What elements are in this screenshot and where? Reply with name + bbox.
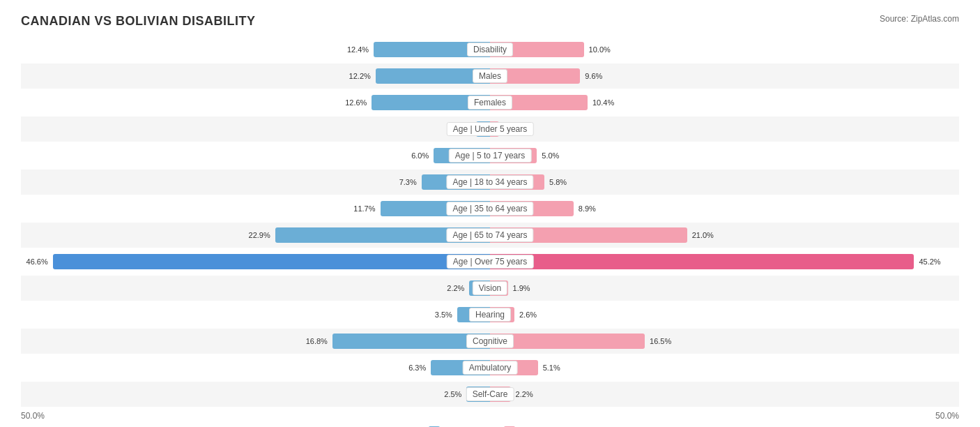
bar-container: 3.5%2.6%Hearing [21,302,959,327]
bar-container: 46.6%45.2%Age | Over 75 years [21,249,959,274]
value-right: 5.0% [539,151,559,160]
value-left: 12.6% [345,98,369,107]
value-right: 21.0% [690,231,714,239]
left-section: 1.5% [21,117,490,142]
left-section: 3.5% [21,302,490,327]
value-left: 16.8% [306,337,330,345]
value-left: 3.5% [435,310,454,319]
value-right: 45.2% [917,257,940,266]
bar-row: 6.0%5.0%Age | 5 to 17 years [21,143,959,168]
bar-row: 2.2%1.9%Vision [21,276,959,301]
center-label: Self-Care [466,387,514,401]
left-section: 12.6% [21,90,490,115]
left-section: 2.2% [21,276,490,301]
value-left: 11.7% [353,204,377,213]
bar-row: 3.5%2.6%Hearing [21,302,959,327]
source-label: Source: ZipAtlas.com [880,14,959,24]
center-label: Age | 65 to 74 years [446,228,533,242]
bar-row: 6.3%5.1%Ambulatory [21,355,959,380]
axis-left: 50.0% [21,411,45,421]
bar-pink: 45.2% [490,254,914,269]
bar-container: 1.5%1.0%Age | Under 5 years [21,117,959,142]
bar-container: 6.0%5.0%Age | 5 to 17 years [21,143,959,168]
center-label: Age | 35 to 64 years [446,202,533,216]
bar-row: 12.6%10.4%Females [21,90,959,115]
right-section: 2.2% [490,382,959,407]
value-left: 7.3% [399,178,419,186]
value-right: 16.5% [648,337,671,345]
bar-container: 11.7%8.9%Age | 35 to 64 years [21,196,959,221]
bar-container: 16.8%16.5%Cognitive [21,329,959,354]
left-section: 22.9% [21,223,490,248]
right-section: 5.8% [490,170,959,195]
right-section: 1.9% [490,276,959,301]
right-section: 5.1% [490,355,959,380]
center-label: Females [468,96,512,110]
axis-row: 50.0% 50.0% [21,411,959,421]
left-section: 6.0% [21,143,490,168]
value-left: 12.2% [349,72,373,80]
center-label: Hearing [469,308,511,322]
value-left: 2.2% [447,284,466,292]
center-label: Age | Over 75 years [447,255,534,269]
value-left: 6.0% [411,151,431,160]
value-left: 6.3% [408,364,428,372]
bar-row: 1.5%1.0%Age | Under 5 years [21,117,959,142]
bar-row: 12.4%10.0%Disability [21,37,959,62]
bar-container: 2.5%2.2%Self-Care [21,382,959,407]
axis-right: 50.0% [935,411,959,421]
left-section: 7.3% [21,170,490,195]
center-label: Cognitive [466,334,514,348]
bar-container: 6.3%5.1%Ambulatory [21,355,959,380]
right-section: 21.0% [490,223,959,248]
right-section: 1.0% [490,117,959,142]
chart-area: 12.4%10.0%Disability12.2%9.6%Males12.6%1… [21,37,959,407]
bar-container: 7.3%5.8%Age | 18 to 34 years [21,170,959,195]
center-label: Disability [467,43,513,57]
bar-row: 22.9%21.0%Age | 65 to 74 years [21,223,959,248]
right-section: 45.2% [490,249,959,274]
bar-row: 2.5%2.2%Self-Care [21,382,959,407]
value-right: 10.0% [587,45,611,54]
left-section: 16.8% [21,329,490,354]
chart-title: CANADIAN VS BOLIVIAN DISABILITY [21,14,256,29]
right-section: 5.0% [490,143,959,168]
bar-blue: 46.6% [53,254,490,269]
value-left: 22.9% [249,231,273,239]
center-label: Ambulatory [463,361,518,375]
bar-container: 12.4%10.0%Disability [21,37,959,62]
value-right: 5.8% [547,178,567,186]
bar-container: 12.6%10.4%Females [21,90,959,115]
right-section: 8.9% [490,196,959,221]
left-section: 11.7% [21,196,490,221]
value-left: 2.5% [444,390,464,398]
value-right: 1.9% [511,284,530,292]
value-right: 2.2% [514,390,533,398]
right-section: 9.6% [490,63,959,89]
value-right: 10.4% [590,98,614,107]
value-right: 2.6% [517,310,537,319]
bar-container: 12.2%9.6%Males [21,63,959,89]
center-label: Age | Under 5 years [447,122,534,136]
bar-row: 16.8%16.5%Cognitive [21,329,959,354]
left-section: 12.4% [21,37,490,62]
left-section: 12.2% [21,63,490,89]
center-label: Age | 18 to 34 years [446,175,533,189]
bar-row: 46.6%45.2%Age | Over 75 years [21,249,959,274]
bar-row: 7.3%5.8%Age | 18 to 34 years [21,170,959,195]
value-right: 5.1% [541,364,560,372]
left-section: 2.5% [21,382,490,407]
right-section: 10.4% [490,90,959,115]
left-section: 6.3% [21,355,490,380]
center-label: Age | 5 to 17 years [449,149,532,163]
right-section: 10.0% [490,37,959,62]
value-left: 12.4% [347,45,371,54]
right-section: 2.6% [490,302,959,327]
left-section: 46.6% [21,249,490,274]
bar-container: 2.2%1.9%Vision [21,276,959,301]
value-left: 46.6% [26,257,50,266]
value-right: 8.9% [576,204,596,213]
bar-container: 22.9%21.0%Age | 65 to 74 years [21,223,959,248]
bar-row: 11.7%8.9%Age | 35 to 64 years [21,196,959,221]
center-label: Males [473,69,507,83]
